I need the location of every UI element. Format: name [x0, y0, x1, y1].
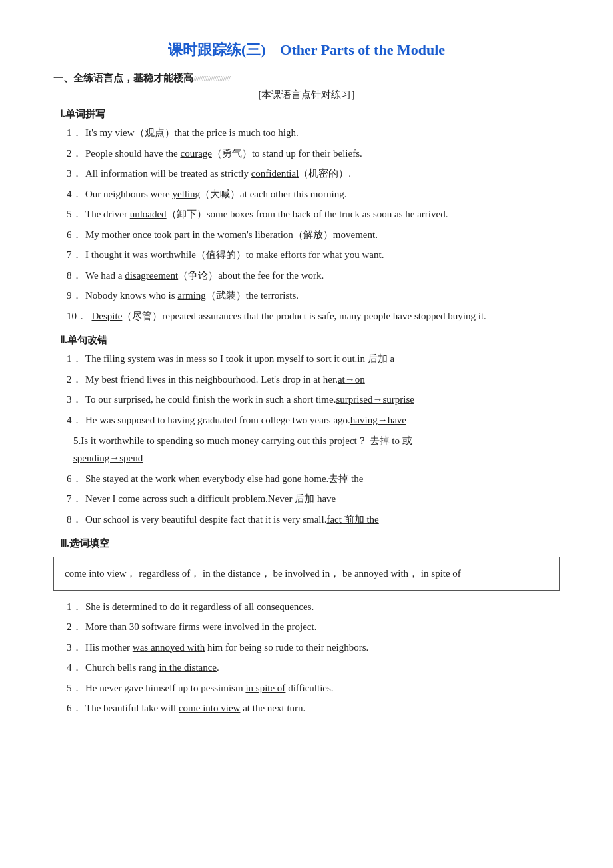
correction: in 后加 a	[357, 353, 394, 364]
underline-word: arming	[177, 290, 206, 301]
slash-decoration: /////////////////////	[193, 73, 230, 83]
fill-blank: regardless of	[190, 601, 241, 612]
list-item: 2．More than 30 software firms were invol…	[67, 619, 560, 636]
title-chinese: 课时跟踪练(三)	[168, 41, 266, 58]
list-item: 7．I thought it was worthwhile（值得的）to mak…	[67, 247, 560, 264]
underline-word: worthwhile	[151, 249, 196, 260]
underline-word: Despite	[92, 311, 123, 321]
correction: at→on	[338, 374, 365, 385]
list-item: 6．The beautiful lake will come into view…	[67, 700, 560, 717]
underline-word: liberation	[255, 229, 293, 240]
list-item: 1．She is determined to do it regardless …	[67, 599, 560, 616]
list-item: 5．The driver unloaded（卸下）some boxes from…	[67, 206, 560, 223]
subsec1-items: 1．It's my view（观点）that the price is much…	[53, 125, 560, 325]
list-item: 7．Never I come across such a difficult p…	[67, 491, 560, 508]
correction: 去掉 to 或	[370, 435, 412, 446]
vocab-box: come into view， regardless of， in the di…	[53, 557, 560, 591]
list-item: 6．My mother once took part in the women'…	[67, 227, 560, 244]
correction: Never 后加 have	[268, 493, 336, 504]
list-item: 6．She stayed at the work when everybody …	[67, 471, 560, 488]
underline-word: confidential	[251, 168, 299, 179]
correction: fact 前加 the	[326, 514, 378, 525]
title-english: Other Parts of the Module	[280, 41, 445, 58]
list-item: 4．Our neighbours were yelling（大喊）at each…	[67, 186, 560, 203]
correction: spending→spend	[73, 453, 143, 463]
underline-word: unloaded	[130, 209, 167, 219]
list-item: 2．People should have the courage（勇气）to s…	[67, 145, 560, 163]
list-item: 3．To our surprised, he could finish the …	[67, 391, 560, 409]
list-item: 3．All information will be treated as str…	[67, 165, 560, 183]
underline-word: courage	[180, 148, 211, 159]
list-item: 9．Nobody knows who is arming（武装）the terr…	[67, 287, 560, 305]
fill-blank: in the distance	[159, 662, 217, 673]
correction: 去掉 the	[328, 473, 363, 484]
list-item: 10． Despite（尽管）repeated assurances that …	[67, 308, 560, 325]
list-item: 8．Our school is very beautiful despite f…	[67, 511, 560, 529]
list-item: 5.Is it worthwhile to spending so much m…	[73, 432, 560, 467]
subsec1-label: Ⅰ.单词拼写	[60, 108, 560, 121]
page-title: 课时跟踪练(三) Other Parts of the Module	[53, 40, 560, 60]
list-item: 1．The filing system was in mess so I too…	[67, 351, 560, 368]
fill-blank: were involved in	[202, 621, 269, 632]
list-item: 2．My best friend lives in this neighbour…	[67, 371, 560, 389]
section1-heading: 一、全练语言点，基稳才能楼高/////////////////////	[53, 72, 560, 85]
list-item: 8．We had a disagreement（争论）about the fee…	[67, 267, 560, 285]
list-item: 4．Church bells rang in the distance.	[67, 659, 560, 677]
fill-blank: in spite of	[245, 683, 285, 693]
subsec2-items: 1．The filing system was in mess so I too…	[53, 351, 560, 528]
underline-word: disagreement	[125, 270, 178, 281]
correction: surprised→surprise	[336, 394, 414, 405]
list-item: 1．It's my view（观点）that the price is much…	[67, 125, 560, 142]
list-item: 3．His mother was annoyed with him for be…	[67, 639, 560, 657]
bracket-note: [本课语言点针对练习]	[53, 89, 560, 101]
underline-word: yelling	[172, 189, 200, 199]
underline-word: view	[115, 127, 134, 138]
list-item: 4．He was supposed to having graduated fr…	[67, 412, 560, 429]
list-item: 5．He never gave himself up to pessimism …	[67, 680, 560, 697]
subsec3-items: 1．She is determined to do it regardless …	[53, 599, 560, 717]
fill-blank: was annoyed with	[133, 642, 205, 653]
fill-blank: come into view	[179, 703, 240, 713]
subsec3-label: Ⅲ.选词填空	[60, 537, 560, 550]
subsec2-label: Ⅱ.单句改错	[60, 334, 560, 347]
correction: having→have	[350, 415, 406, 425]
